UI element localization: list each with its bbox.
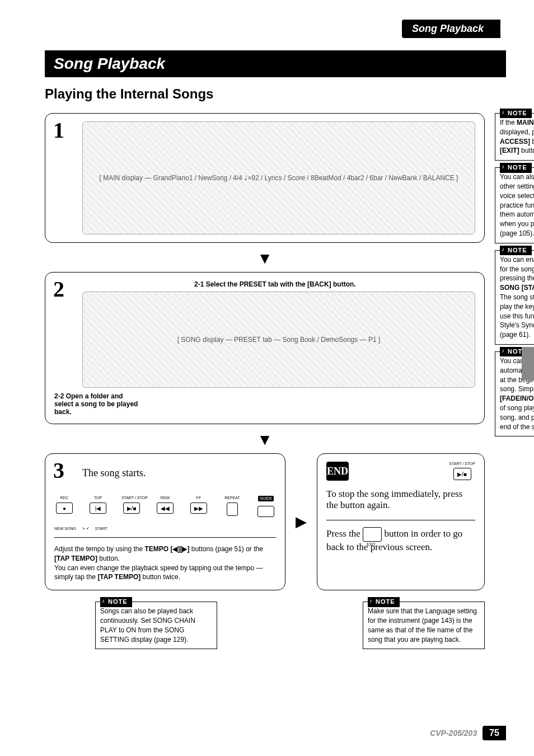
page: Song Playback Song Playback Playing the … (0, 0, 534, 756)
arrow-down-icon: ▼ (45, 250, 485, 267)
top-button-illustration: TOP|◀ (88, 496, 108, 514)
main-display-illustration: [ MAIN display — GrandPiano1 / NewSong /… (82, 121, 475, 234)
side-notes-column: NOTE If the MAIN screen (at left) is not… (495, 113, 534, 443)
step-3-number: 3 (53, 457, 64, 483)
arrow-right-icon: ▶ (296, 513, 307, 530)
ff-button-illustration: FF▶▶ (189, 496, 209, 514)
transport-buttons-illustration: REC● TOP|◀ START / STOP▶/■ REW◀◀ FF▶▶ (54, 496, 276, 517)
bottom-notes-row: NOTE Songs can also be played back conti… (45, 602, 485, 656)
step-1-number: 1 (53, 117, 64, 143)
guide-button-illustration: GUIDE (256, 496, 276, 517)
note-main-screen: NOTE If the MAIN screen (at left) is not… (495, 113, 534, 161)
back-instruction-text: Press the button in order to go back to … (326, 527, 475, 553)
step-3-starts-text: The song starts. (82, 467, 276, 479)
note-label: NOTE (500, 163, 532, 172)
rec-button-illustration: REC● (54, 496, 74, 514)
tempo-note-text: Adjust the tempo by using the TEMPO [◀][… (54, 544, 276, 582)
note-label: NOTE (500, 109, 532, 118)
steps-column: 1 [ MAIN display — GrandPiano1 / NewSong… (45, 113, 485, 656)
startstop-button-illustration: START / STOP ▶/■ (449, 462, 475, 480)
repeat-button-illustration: REPEAT (222, 496, 242, 516)
note-other-settings: NOTE You can also make a variety of othe… (495, 167, 534, 243)
rew-button-illustration: REW◀◀ (155, 496, 175, 514)
step-2-box: 2 2-1 Select the PRESET tab with the [BA… (45, 272, 485, 424)
step-2-instruction-2: 2-2 Open a folder and select a song to b… (54, 392, 144, 416)
note-language: NOTE Make sure that the Language setting… (363, 602, 485, 649)
note-label: NOTE (100, 597, 132, 607)
arrow-down-icon: ▼ (45, 431, 485, 449)
page-subtitle: Playing the Internal Songs (45, 86, 506, 102)
note-song-chain: NOTE Songs can also be played back conti… (95, 602, 217, 649)
page-title: Song Playback (45, 50, 506, 77)
startstop-button-illustration: START / STOP▶/■ (121, 496, 142, 514)
song-display-illustration: [ SONG display — PRESET tab — Song Book … (82, 292, 475, 388)
step-2-number: 2 (53, 276, 64, 302)
note-label: NOTE (500, 246, 532, 255)
header-breadcrumb: Song Playback (402, 20, 500, 38)
step-2-instruction-1: 2-1 Select the PRESET tab with the [BACK… (194, 280, 475, 288)
page-footer: CVP-205/203 75 (430, 726, 506, 740)
note-label: NOTE (368, 597, 400, 607)
exit-button-icon (363, 527, 382, 542)
page-number: 75 (483, 726, 506, 740)
content-row: 1 [ MAIN display — GrandPiano1 / NewSong… (45, 113, 506, 656)
step-3-row: 3 The song starts. REC● TOP|◀ START / ST… (45, 453, 485, 590)
page-edge-tab (522, 347, 534, 381)
end-badge: END (326, 462, 349, 481)
model-name: CVP-205/203 (430, 729, 477, 738)
newsong-start-labels: NEW SONG ↘︎ ↙︎ START (54, 526, 276, 530)
step-3-box: 3 The song starts. REC● TOP|◀ START / ST… (45, 453, 285, 590)
step-1-box: 1 [ MAIN display — GrandPiano1 / NewSong… (45, 113, 485, 243)
stop-instruction-text: To stop the song immediately, press the … (326, 489, 475, 511)
end-box: END START / STOP ▶/■ To stop the song im… (317, 453, 485, 590)
note-synchro-start: NOTE You can enable the Synchro Start fo… (495, 250, 534, 345)
